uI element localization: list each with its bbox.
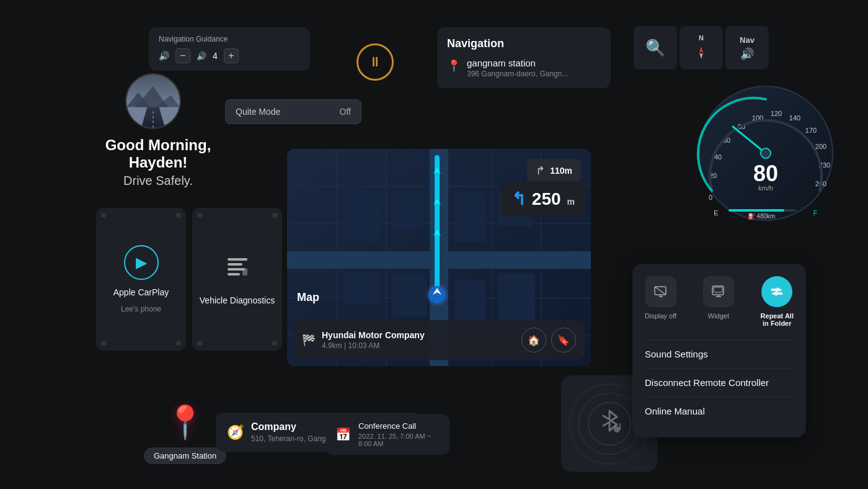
svg-marker-7: [699, 53, 703, 59]
svg-marker-6: [699, 47, 703, 53]
corner-dot-bl: [197, 341, 202, 346]
nav-audio-button[interactable]: Nav 🔊: [725, 26, 769, 70]
apple-carplay-card[interactable]: ▶ Apple CarPlay Lee's phone: [96, 208, 186, 351]
svg-text:80: 80: [753, 161, 778, 186]
app-cards-section: ▶ Apple CarPlay Lee's phone Vehicle Diag…: [96, 208, 282, 351]
widget-icon: [711, 284, 726, 299]
svg-rect-29: [435, 155, 440, 292]
search-button[interactable]: 🔍: [634, 26, 677, 70]
nav-guidance-title: Navigation Guidance: [159, 35, 300, 43]
location-pin-section: 📍 Gangnam Station: [144, 403, 226, 464]
diagnostics-name: Vehicle Diagnostics: [200, 295, 275, 305]
corner-dot-br: [272, 341, 277, 346]
direction-card-1: ↱ 110m: [527, 159, 581, 182]
pause-button[interactable]: [356, 43, 394, 81]
svg-point-50: [761, 148, 771, 158]
svg-text:⛽ 480km: ⛽ 480km: [748, 212, 776, 220]
speaker-icon: 🔊: [159, 51, 169, 61]
display-off-icon: [653, 284, 668, 299]
carplay-icon: ▶: [124, 245, 159, 280]
widget-label: Widget: [708, 312, 729, 320]
svg-text:km/h: km/h: [758, 184, 773, 192]
greeting-sub: Drive Safely.: [96, 174, 220, 188]
sound-settings-item[interactable]: Sound Settings: [645, 339, 794, 368]
repeat-all-button[interactable]: Repeat Allin Folder: [761, 276, 794, 327]
context-menu: Display off Widget Repeat Al: [632, 264, 806, 437]
widget-icon-box: [703, 276, 734, 307]
svg-rect-24: [392, 273, 427, 316]
svg-rect-58: [228, 258, 247, 261]
svg-rect-25: [454, 192, 485, 242]
volume-down-button[interactable]: −: [175, 48, 190, 63]
greeting-section: Good Morning, Hayden! Drive Safely.: [96, 137, 220, 188]
navigation-title: Navigation: [447, 37, 601, 50]
svg-text:0: 0: [709, 194, 712, 201]
diagnostics-icon: [223, 253, 252, 288]
volume-icon: 🔊: [197, 52, 206, 61]
destination-addr: 396 Gangnam-daero, Gangn...: [467, 70, 568, 78]
compass-icon: 🧭: [227, 424, 244, 441]
svg-rect-56: [728, 209, 784, 212]
disconnect-remote-item[interactable]: Disconnect Remote Controller: [645, 368, 794, 397]
svg-rect-28: [498, 273, 535, 323]
audio-icon: 🔊: [740, 47, 754, 61]
svg-text:170: 170: [805, 127, 817, 134]
flag-icon: 🏁: [302, 333, 316, 347]
svg-line-67: [655, 287, 666, 295]
display-off-label: Display off: [645, 312, 676, 320]
distance-2: 250: [532, 189, 561, 209]
distance-2-unit: m: [567, 197, 575, 207]
map-container: ↱ 110m ↰ 250 m Map 🏁 Hyundai Motor Compa…: [287, 149, 591, 366]
distance-1: 110m: [550, 166, 572, 176]
location-pin-icon: 📍: [447, 59, 461, 73]
repeat-all-icon: [769, 284, 784, 299]
conference-title: Conference Call: [358, 421, 440, 431]
nav-guidance-card: Navigation Guidance 🔊 − 🔊 4 +: [149, 27, 310, 71]
quiet-mode-toggle[interactable]: Quite Mode Off: [225, 99, 361, 124]
map-label: Map: [297, 291, 319, 304]
compass-button[interactable]: N: [680, 26, 723, 70]
avatar: [125, 67, 181, 135]
svg-rect-23: [343, 273, 380, 304]
svg-rect-71: [714, 287, 722, 292]
quiet-mode-value: Off: [340, 107, 351, 117]
svg-point-64: [614, 426, 620, 433]
svg-rect-21: [343, 192, 380, 242]
map-pin-icon: 📍: [165, 403, 205, 441]
vehicle-diagnostics-card[interactable]: Vehicle Diagnostics: [192, 208, 282, 351]
repeat-all-icon-box: [761, 276, 792, 307]
map-dest-meta: 4.9km | 10:03 AM: [322, 341, 425, 350]
widget-button[interactable]: Widget: [703, 276, 734, 327]
online-manual-item[interactable]: Online Manual: [645, 397, 794, 425]
search-icon: 🔍: [645, 38, 665, 58]
svg-text:140: 140: [789, 114, 800, 122]
conference-card[interactable]: 📅 Conference Call 2022. 11. 25, 7:00 AM …: [326, 414, 450, 455]
display-off-button[interactable]: Display off: [645, 276, 676, 327]
greeting-main: Good Morning, Hayden!: [96, 137, 220, 171]
corner-dot-bl: [101, 341, 106, 346]
speedometer: 0 20 40 60 80 100 120 140 170 200 230 26…: [694, 82, 837, 225]
bookmark-button[interactable]: 🔖: [551, 328, 576, 352]
corner-dot-tr: [272, 213, 277, 218]
svg-rect-22: [392, 192, 423, 230]
display-off-icon-box: [645, 276, 676, 307]
svg-rect-61: [228, 273, 240, 276]
map-destination-info: 🏁 Hyundai Motor Company 4.9km | 10:03 AM…: [293, 320, 585, 360]
corner-dot-tr: [176, 213, 181, 218]
volume-number: 4: [213, 51, 218, 61]
calendar-icon: 📅: [335, 427, 351, 442]
nav-label: Nav: [740, 35, 755, 45]
left-turn-arrow-icon: ↰: [512, 189, 526, 209]
svg-text:120: 120: [771, 110, 782, 117]
direction-card-2: ↰ 250 m: [500, 181, 586, 217]
destination-name: gangnam station: [467, 58, 568, 68]
volume-up-button[interactable]: +: [224, 48, 239, 63]
svg-text:E: E: [714, 209, 718, 217]
home-button[interactable]: 🏠: [521, 328, 546, 352]
svg-text:F: F: [813, 209, 818, 217]
quiet-mode-label: Quite Mode: [236, 107, 280, 117]
corner-dot-br: [176, 341, 181, 346]
gangnam-station-label: Gangnam Station: [144, 447, 226, 464]
compass-icon: [693, 44, 710, 61]
conference-time: 2022. 11. 25, 7:00 AM ~ 8:00 AM: [358, 433, 440, 447]
